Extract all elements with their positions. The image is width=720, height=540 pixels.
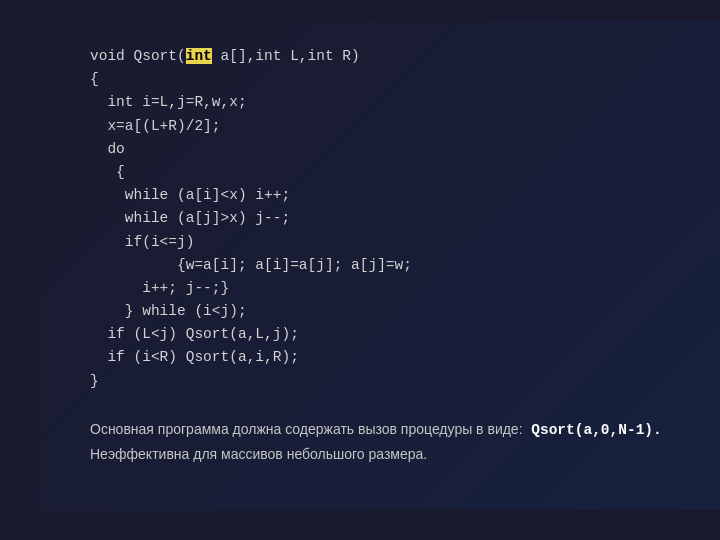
description-call: Qsort(a,0,N-1). xyxy=(523,422,662,438)
description-line2: Неэффективна для массивов небольшого раз… xyxy=(90,443,710,466)
code-line-8: while (a[j]>x) j--; xyxy=(90,210,290,226)
code-line-11: i++; j--;} xyxy=(90,280,229,296)
code-line-10: {w=a[i]; a[i]=a[j]; a[j]=w; xyxy=(90,257,412,273)
highlight-int: int xyxy=(186,48,212,64)
description-prefix: Основная программа должна содержать вызо… xyxy=(90,421,523,437)
description-block: Основная программа должна содержать вызо… xyxy=(90,418,710,466)
description-line1: Основная программа должна содержать вызо… xyxy=(90,418,710,443)
code-line-12: } while (i<j); xyxy=(90,303,247,319)
code-line-6: { xyxy=(90,164,125,180)
code-line-14: if (i<R) Qsort(a,i,R); xyxy=(90,349,299,365)
code-line-5: do xyxy=(90,141,125,157)
slide: void Qsort(int a[],int L,int R) { int i=… xyxy=(40,20,720,510)
code-line-9: if(i<=j) xyxy=(90,234,194,250)
code-line-13: if (L<j) Qsort(a,L,j); xyxy=(90,326,299,342)
code-line-7: while (a[i]<x) i++; xyxy=(90,187,290,203)
code-line-2: { xyxy=(90,71,99,87)
code-line-1: void Qsort(int a[],int L,int R) xyxy=(90,48,360,64)
code-line-15: } xyxy=(90,373,99,389)
code-line-4: x=a[(L+R)/2]; xyxy=(90,118,221,134)
code-block: void Qsort(int a[],int L,int R) { int i=… xyxy=(90,45,710,393)
code-line-3: int i=L,j=R,w,x; xyxy=(90,94,247,110)
code-pre: void Qsort(int a[],int L,int R) { int i=… xyxy=(90,45,710,393)
